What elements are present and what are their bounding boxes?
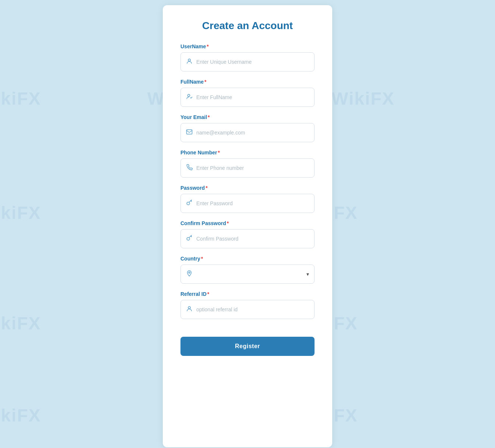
- email-field-group: Your Email*: [180, 114, 315, 142]
- watermark: WikiFX: [0, 313, 41, 333]
- username-required-marker: *: [207, 43, 208, 49]
- password-input-wrapper: [180, 194, 315, 213]
- email-label: Your Email*: [180, 114, 315, 120]
- svg-point-0: [188, 59, 190, 61]
- person-referral-icon: [186, 305, 193, 314]
- password-label: Password*: [180, 185, 315, 191]
- email-input[interactable]: [196, 130, 309, 136]
- phone-input-wrapper: [180, 158, 315, 178]
- country-field-group: Country* United States United Kingdom Ca…: [180, 256, 315, 284]
- svg-point-6: [188, 307, 190, 309]
- key-icon: [186, 199, 193, 208]
- referral-label: Referral ID*: [180, 291, 315, 297]
- phone-icon: [186, 164, 193, 172]
- password-input[interactable]: [196, 200, 309, 206]
- country-select[interactable]: United States United Kingdom Canada Aust…: [196, 271, 309, 277]
- svg-point-4: [187, 237, 190, 240]
- registration-form-card: Create an Account UserName* FullName*: [163, 5, 332, 447]
- fullname-input[interactable]: [196, 94, 309, 100]
- watermark: WikiFX: [0, 405, 41, 426]
- confirm-password-required-marker: *: [227, 220, 229, 226]
- username-label: UserName*: [180, 43, 315, 49]
- form-title: Create an Account: [180, 20, 315, 32]
- country-select-wrapper: United States United Kingdom Canada Aust…: [180, 265, 315, 284]
- email-required-marker: *: [208, 114, 210, 120]
- referral-input[interactable]: [196, 307, 309, 312]
- key-confirm-icon: [186, 235, 193, 243]
- phone-field-group: Phone Number*: [180, 150, 315, 178]
- confirm-password-label: Confirm Password*: [180, 220, 315, 226]
- country-required-marker: *: [201, 256, 203, 262]
- person-edit-icon: [186, 93, 193, 102]
- username-input-wrapper: [180, 52, 315, 71]
- referral-required-marker: *: [207, 291, 209, 297]
- register-button[interactable]: Register: [180, 337, 315, 356]
- email-input-wrapper: [180, 123, 315, 142]
- watermark: WikiFX: [0, 88, 41, 109]
- referral-field-group: Referral ID*: [180, 291, 315, 319]
- fullname-input-wrapper: [180, 88, 315, 107]
- svg-point-1: [188, 94, 190, 97]
- password-field-group: Password*: [180, 185, 315, 213]
- phone-required-marker: *: [218, 150, 220, 155]
- phone-input[interactable]: [196, 165, 309, 171]
- fullname-required-marker: *: [204, 79, 206, 85]
- fullname-field-group: FullName*: [180, 79, 315, 107]
- confirm-password-input-wrapper: [180, 229, 315, 248]
- person-icon: [186, 58, 193, 66]
- svg-rect-2: [187, 130, 192, 134]
- mail-icon: [186, 129, 193, 137]
- svg-point-5: [189, 272, 190, 273]
- svg-point-3: [187, 202, 190, 205]
- password-required-marker: *: [206, 185, 207, 191]
- watermark: WikiFX: [331, 88, 395, 109]
- username-field-group: UserName*: [180, 43, 315, 71]
- phone-label: Phone Number*: [180, 150, 315, 155]
- username-input[interactable]: [196, 59, 309, 65]
- country-label: Country*: [180, 256, 315, 262]
- referral-input-wrapper: [180, 300, 315, 319]
- fullname-label: FullName*: [180, 79, 315, 85]
- confirm-password-input[interactable]: [196, 236, 309, 242]
- location-icon: [186, 270, 193, 279]
- watermark: WikiFX: [0, 203, 41, 223]
- confirm-password-field-group: Confirm Password*: [180, 220, 315, 248]
